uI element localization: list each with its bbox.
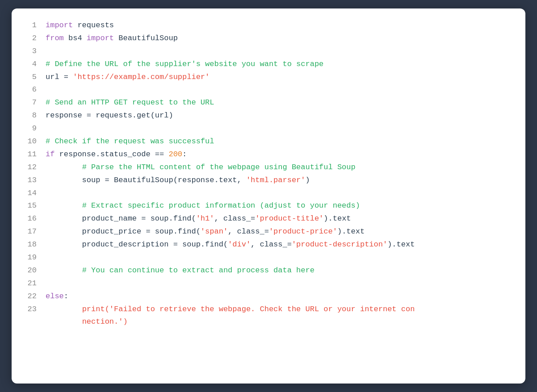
line-number: 12: [21, 161, 37, 174]
code-line: 13 soup = BeautifulSoup(response.text, '…: [21, 174, 516, 187]
code-line: 21: [21, 277, 516, 290]
token-plain: , class_=: [228, 227, 269, 236]
line-number: 5: [21, 71, 37, 84]
line-content: # Check if the request was successful: [46, 135, 516, 148]
line-number: 3: [21, 45, 37, 58]
line-content: product_price = soup.find('span', class_…: [46, 225, 516, 238]
code-line: nection.'): [21, 316, 516, 329]
line-number: 21: [21, 277, 37, 290]
token-plain: soup = BeautifulSoup(response.text,: [46, 176, 246, 184]
token-plain: [46, 163, 82, 171]
line-content: # You can continue to extract and proces…: [46, 264, 516, 277]
code-line: 19: [21, 251, 516, 264]
code-line: 23 print('Failed to retrieve the webpage…: [21, 303, 516, 316]
token-plain: [46, 201, 82, 210]
code-line: 12 # Parse the HTML content of the webpa…: [21, 161, 516, 174]
line-number: 10: [21, 135, 37, 148]
token-kw-import: import: [46, 21, 73, 29]
token-plain: ).text: [387, 240, 415, 249]
code-line: 4# Define the URL of the supplier's webs…: [21, 58, 516, 71]
token-plain: requests: [73, 21, 114, 29]
line-number: 7: [21, 96, 37, 109]
token-number: 200: [168, 150, 182, 158]
line-number: 15: [21, 200, 37, 213]
code-block: 1import requests2from bs4 import Beautif…: [21, 19, 516, 329]
line-number: 20: [21, 264, 37, 277]
code-line: 17 product_price = soup.find('span', cla…: [21, 225, 516, 238]
line-content: url = 'https://example.com/supplier': [46, 71, 516, 84]
token-plain: url =: [46, 73, 73, 81]
code-line: 20 # You can continue to extract and pro…: [21, 264, 516, 277]
token-string: 'product-price': [269, 227, 337, 236]
code-line: 18 product_description = soup.find('div'…: [21, 238, 516, 251]
line-content: nection.'): [46, 316, 516, 329]
line-content: # Send an HTTP GET request to the URL: [46, 96, 516, 109]
code-line: 9: [21, 122, 516, 135]
token-plain: product_price = soup.find(: [46, 227, 201, 236]
token-comment: # Extract specific product information (…: [82, 201, 360, 210]
line-content: print('Failed to retrieve the webpage. C…: [46, 303, 516, 316]
token-string: nection.'): [82, 317, 128, 326]
token-string: 'span': [201, 227, 228, 236]
line-content: if response.status_code == 200:: [46, 148, 516, 161]
token-kw-if: if: [46, 150, 55, 158]
line-content: product_name = soup.find('h1', class_='p…: [46, 213, 516, 225]
token-string: 'product-title': [255, 214, 323, 223]
token-plain: product_description = soup.find(: [46, 240, 228, 249]
code-line: 16 product_name = soup.find('h1', class_…: [21, 213, 516, 225]
code-line: 6: [21, 83, 516, 96]
token-plain: bs4: [64, 34, 87, 42]
line-number: 8: [21, 109, 37, 122]
token-plain: product_name = soup.find(: [46, 214, 196, 223]
code-line: 10# Check if the request was successful: [21, 135, 516, 148]
code-line: 7# Send an HTTP GET request to the URL: [21, 96, 516, 109]
token-plain: [46, 317, 82, 326]
token-plain: , class_=: [251, 240, 292, 249]
token-kw-else: else: [46, 292, 64, 300]
line-number: 17: [21, 225, 37, 238]
code-line: 15 # Extract specific product informatio…: [21, 200, 516, 213]
token-kw-from: from: [46, 34, 64, 42]
line-content: product_description = soup.find('div', c…: [46, 238, 516, 251]
line-content: from bs4 import BeautifulSoup: [46, 32, 516, 45]
token-comment: # Parse the HTML content of the webpage …: [82, 163, 356, 171]
line-number: 1: [21, 19, 37, 32]
token-plain: ).text: [323, 214, 351, 223]
line-number: 14: [21, 187, 37, 200]
code-line: 22else:: [21, 290, 516, 303]
token-plain: ).text: [337, 227, 365, 236]
code-line: 14: [21, 187, 516, 200]
line-number: 11: [21, 148, 37, 161]
token-string: 'html.parser': [246, 176, 306, 184]
line-content: response = requests.get(url): [46, 109, 516, 122]
token-string: 'h1': [196, 214, 214, 223]
token-comment: # Define the URL of the supplier's websi…: [46, 60, 323, 68]
line-content: # Parse the HTML content of the webpage …: [46, 161, 516, 174]
line-number: 6: [21, 83, 37, 96]
line-number: 16: [21, 213, 37, 225]
code-line: 3: [21, 45, 516, 58]
token-plain: response = requests.get(url): [46, 111, 173, 120]
line-number: 9: [21, 122, 37, 135]
code-line: 2from bs4 import BeautifulSoup: [21, 32, 516, 45]
token-plain: [46, 305, 82, 313]
token-plain: response.status_code ==: [55, 150, 168, 158]
token-kw-import: import: [87, 34, 114, 42]
token-plain: , class_=: [214, 214, 255, 223]
line-number: 18: [21, 238, 37, 251]
line-content: import requests: [46, 19, 516, 32]
token-plain: ): [306, 176, 310, 184]
token-plain: [46, 266, 82, 275]
token-string: 'product-description': [292, 240, 387, 249]
code-line: 5url = 'https://example.com/supplier': [21, 71, 516, 84]
code-container: 1import requests2from bs4 import Beautif…: [12, 8, 525, 384]
token-string: print('Failed to retrieve the webpage. C…: [82, 305, 415, 313]
token-string: 'https://example.com/supplier': [73, 73, 210, 81]
token-string: 'div': [228, 240, 251, 249]
code-line: 11if response.status_code == 200:: [21, 148, 516, 161]
line-number: 4: [21, 58, 37, 71]
token-plain: :: [182, 150, 187, 158]
token-comment: # Check if the request was successful: [46, 137, 214, 146]
line-number: 13: [21, 174, 37, 187]
line-content: # Extract specific product information (…: [46, 200, 516, 213]
